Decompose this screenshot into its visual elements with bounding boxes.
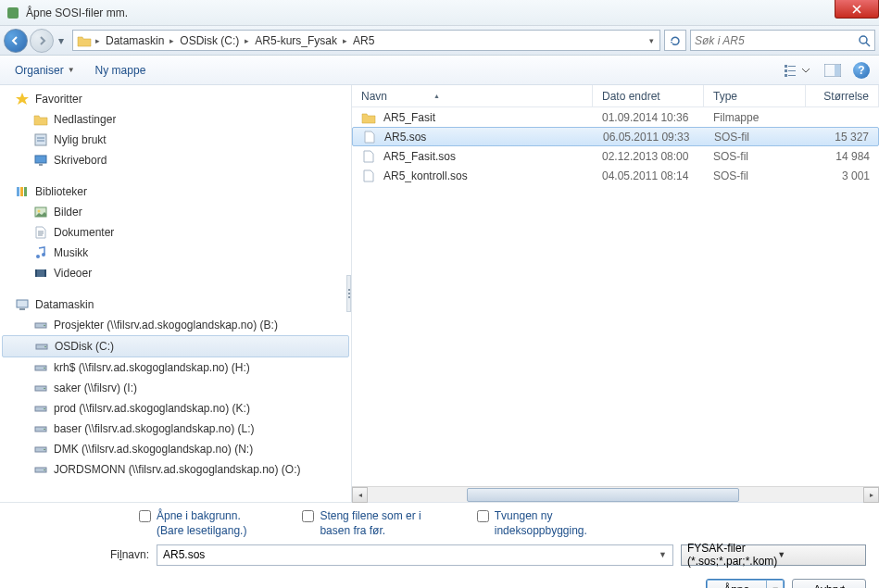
filename-input[interactable] — [163, 548, 659, 561]
sidebar-item-pictures[interactable]: Bilder — [0, 202, 351, 222]
search-box[interactable] — [690, 30, 875, 51]
option-open-background[interactable]: Åpne i bakgrunn.(Bare lesetilgang.) — [139, 508, 246, 538]
nav-history-dropdown[interactable]: ▾ — [56, 31, 67, 50]
sidebar-group-favorites: Favoritter Nedlastinger Nylig brukt Skri… — [0, 89, 351, 170]
sidebar-item-drive[interactable]: prod (\\filsrv.ad.skogoglandskap.no) (K:… — [0, 398, 351, 419]
file-row[interactable]: AR5_Fasit 01.09.2014 10:36 Filmappe — [352, 107, 879, 127]
scroll-right-button[interactable]: ▸ — [863, 487, 879, 503]
file-list-body[interactable]: AR5_Fasit 01.09.2014 10:36 Filmappe AR5.… — [352, 107, 879, 486]
file-type-filter[interactable]: FYSAK-filer (*.sos;*.par;*.kom) ▼ — [681, 544, 866, 566]
chevron-down-icon: ▼ — [68, 66, 75, 74]
sidebar-item-drive[interactable]: baser (\\filsrv.ad.skogoglandskap.no) (L… — [0, 419, 351, 439]
back-button[interactable] — [4, 29, 28, 53]
column-date[interactable]: Dato endret — [593, 85, 704, 106]
svg-rect-11 — [35, 156, 46, 163]
svg-point-26 — [44, 325, 45, 327]
scroll-track[interactable] — [368, 487, 863, 503]
option-close-files[interactable]: Steng filene som er ibasen fra før. — [302, 508, 421, 538]
drive-icon — [33, 462, 48, 477]
chevron-down-icon[interactable]: ▾ — [649, 36, 654, 45]
window-title: Åpne SOSI-filer mm. — [26, 6, 873, 19]
chevron-right-icon: ▸ — [341, 36, 349, 45]
chevron-down-icon[interactable]: ▼ — [659, 550, 667, 559]
svg-point-30 — [44, 368, 45, 369]
file-row[interactable]: AR5_kontroll.sos 04.05.2011 08:14 SOS-fi… — [352, 166, 879, 185]
forward-button[interactable] — [30, 29, 54, 53]
sidebar-item-music[interactable]: Musikk — [0, 243, 351, 263]
view-options-button[interactable] — [781, 60, 812, 81]
file-row[interactable]: AR5_Fasit.sos 02.12.2013 08:00 SOS-fil 1… — [352, 146, 879, 166]
new-folder-button[interactable]: Ny mappe — [90, 61, 152, 80]
breadcrumb-seg[interactable]: Datamaskin — [102, 34, 168, 47]
help-button[interactable]: ? — [853, 62, 870, 79]
breadcrumb-seg[interactable]: AR5-kurs_Fysak — [251, 34, 341, 47]
column-type[interactable]: Type — [704, 85, 806, 106]
checkbox-open-background[interactable] — [139, 510, 151, 522]
filename-input-wrapper[interactable]: ▼ — [157, 544, 673, 566]
filename-row: Filnavn: ▼ FYSAK-filer (*.sos;*.par;*.ko… — [0, 539, 879, 570]
breadcrumb[interactable]: ▸ Datamaskin ▸ OSDisk (C:) ▸ AR5-kurs_Fy… — [72, 30, 660, 51]
arrow-left-icon — [10, 35, 21, 46]
svg-rect-9 — [835, 65, 840, 76]
svg-rect-7 — [788, 75, 796, 76]
cancel-button[interactable]: Avbryt — [792, 579, 866, 588]
chevron-right-icon: ▸ — [94, 36, 102, 45]
organize-button[interactable]: Organiser▼ — [9, 61, 81, 80]
svg-rect-22 — [44, 269, 46, 277]
checkbox-force-index[interactable] — [477, 510, 489, 522]
breadcrumb-seg[interactable]: AR5 — [349, 34, 378, 47]
sidebar-header-libraries[interactable]: Biblioteker — [0, 181, 351, 202]
sidebar-item-videos[interactable]: Videoer — [0, 263, 351, 283]
drive-icon — [33, 360, 48, 375]
app-icon — [6, 6, 20, 20]
refresh-button[interactable] — [664, 30, 686, 51]
refresh-icon — [669, 34, 682, 47]
svg-point-17 — [38, 210, 41, 213]
search-input[interactable] — [695, 34, 858, 47]
music-icon — [33, 245, 48, 260]
svg-rect-12 — [39, 164, 43, 166]
breadcrumb-seg[interactable]: OSDisk (C:) — [176, 34, 243, 47]
svg-rect-13 — [17, 187, 19, 196]
recent-icon — [33, 132, 48, 147]
preview-pane-icon — [824, 64, 841, 77]
svg-point-32 — [44, 388, 45, 390]
option-force-index[interactable]: Tvungen nyindeksoppbygging. — [477, 508, 587, 538]
button-row: Åpne ▼ Avbryt — [0, 570, 879, 588]
sidebar-header-computer[interactable]: Datamaskin — [0, 294, 351, 315]
svg-point-40 — [44, 469, 45, 471]
sidebar-resize-handle[interactable] — [346, 275, 351, 312]
filename-label: Filnavn: — [13, 548, 157, 561]
sidebar-item-drive[interactable]: OSDisk (C:) — [2, 335, 349, 357]
column-name[interactable]: Navn — [352, 85, 593, 106]
sidebar-item-drive[interactable]: krh$ (\\filsrv.ad.skogoglandskap.no) (H:… — [0, 357, 351, 378]
horizontal-scrollbar[interactable]: ◂ ▸ — [352, 486, 879, 502]
scroll-thumb[interactable] — [467, 488, 739, 502]
sidebar-item-desktop[interactable]: Skrivebord — [0, 150, 351, 170]
sidebar-item-drive[interactable]: JORDSMONN (\\filsrv.ad.skogoglandskap.no… — [0, 459, 351, 480]
svg-rect-24 — [19, 308, 25, 310]
scroll-left-button[interactable]: ◂ — [352, 487, 368, 503]
close-button[interactable] — [835, 0, 879, 19]
close-icon — [852, 5, 861, 14]
file-icon — [361, 149, 376, 164]
libraries-icon — [15, 184, 30, 199]
sidebar-item-recent[interactable]: Nylig brukt — [0, 130, 351, 150]
svg-point-28 — [44, 346, 46, 348]
drive-icon — [33, 381, 48, 395]
sidebar-item-downloads[interactable]: Nedlastinger — [0, 109, 351, 130]
drive-icon — [33, 421, 48, 436]
open-button[interactable]: Åpne ▼ — [706, 579, 785, 588]
preview-pane-button[interactable] — [822, 61, 844, 80]
file-row[interactable]: AR5.sos 06.05.2011 09:33 SOS-fil 15 327 — [352, 127, 879, 146]
computer-icon — [15, 297, 30, 312]
checkbox-close-files[interactable] — [302, 510, 314, 522]
sidebar-item-drive[interactable]: DMK (\\filsrv.ad.skogoglandskap.no) (N:) — [0, 439, 351, 459]
sidebar-item-drive[interactable]: saker (\\filsrv) (I:) — [0, 378, 351, 398]
sidebar-item-drive[interactable]: Prosjekter (\\filsrv.ad.skogoglandskap.n… — [0, 315, 351, 335]
column-size[interactable]: Størrelse — [806, 85, 879, 106]
sidebar-header-favorites[interactable]: Favoritter — [0, 89, 351, 109]
svg-rect-21 — [35, 269, 37, 277]
svg-point-1 — [860, 36, 867, 44]
sidebar-item-documents[interactable]: Dokumenter — [0, 222, 351, 243]
